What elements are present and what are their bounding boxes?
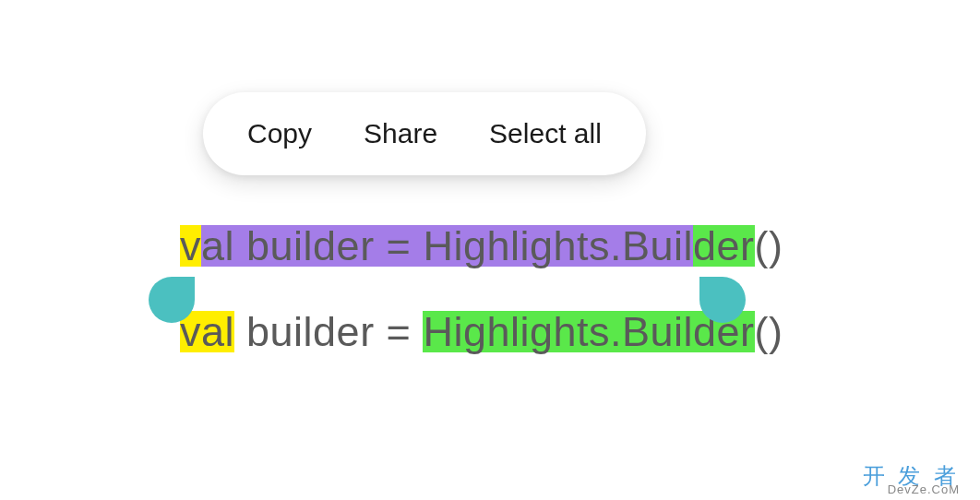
code-line-2[interactable]: val builder = Highlights.Builder() xyxy=(180,311,783,352)
highlight-yellow: v xyxy=(180,225,201,267)
code-line-1[interactable]: val builder = Highlights.Builder() xyxy=(180,225,783,267)
highlight-green: der xyxy=(693,225,755,267)
copy-button[interactable]: Copy xyxy=(247,118,312,149)
select-all-button[interactable]: Select all xyxy=(489,118,602,149)
highlight-yellow: val xyxy=(180,311,234,352)
code-text: builder = xyxy=(234,308,423,355)
highlight-green: Highlights. xyxy=(423,311,622,352)
code-text: () xyxy=(755,222,783,269)
selection-handle-end[interactable] xyxy=(699,277,746,323)
watermark-url: DevZe.CoM xyxy=(888,482,960,496)
selection-handle-start[interactable] xyxy=(149,277,195,323)
text-selection-menu: Copy Share Select all xyxy=(203,92,646,175)
code-text: () xyxy=(755,308,783,355)
code-display: val builder = Highlights.Builder() val b… xyxy=(180,225,783,352)
share-button[interactable]: Share xyxy=(364,118,437,149)
highlight-purple-selection: al builder = Highlights.Buil xyxy=(201,225,693,267)
